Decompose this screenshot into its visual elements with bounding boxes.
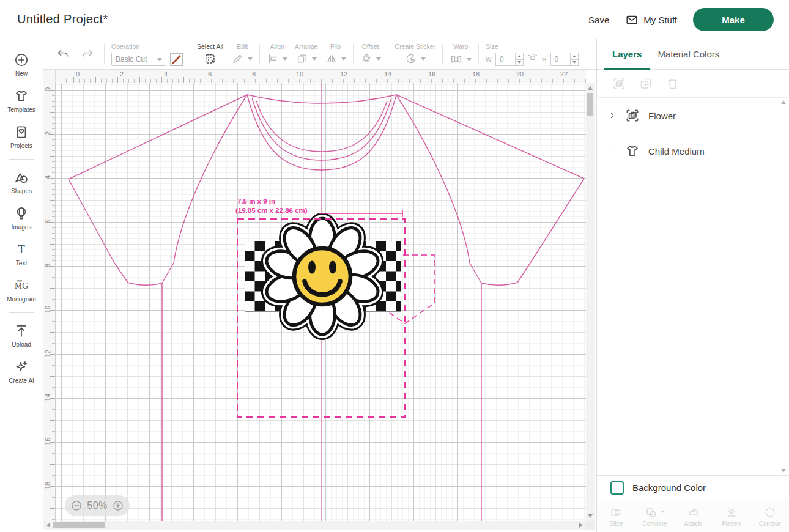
ruler-h-number: 12 (340, 70, 347, 78)
zoom-out-button[interactable] (70, 500, 83, 512)
undo-icon[interactable] (56, 47, 70, 62)
top-header: Untitled Project* Save My Stuff Make (0, 0, 789, 39)
layer-row-flower[interactable]: Flower (597, 98, 789, 133)
duplicate-button[interactable] (639, 76, 653, 91)
canvas-artboard (56, 83, 586, 521)
vertical-scrollbar[interactable] (586, 83, 595, 521)
edit-toolbar: Operation Basic Cut Select All Edit Alig… (43, 39, 596, 70)
make-button[interactable]: Make (693, 8, 774, 31)
ruler-v-number: 2 (44, 129, 51, 138)
edit-button[interactable]: Edit (232, 39, 253, 69)
flip-button[interactable]: Flip (325, 39, 346, 69)
background-color-row: Background Color (597, 475, 789, 500)
offset-button[interactable]: Offset (360, 39, 381, 69)
operation-select[interactable]: Basic Cut (111, 53, 166, 66)
sidebar-item-projects[interactable]: Projects (0, 119, 43, 155)
height-stepper[interactable] (570, 53, 578, 65)
zoom-level: 50% (87, 500, 108, 511)
combine-button[interactable]: Combine (635, 500, 674, 532)
height-input[interactable]: 0 (550, 53, 579, 66)
flip-icon (325, 53, 338, 65)
ruler-h-number: 16 (428, 70, 435, 78)
offset-icon (360, 53, 372, 65)
chevron-right-icon[interactable] (608, 110, 617, 121)
list-scroll-down-icon[interactable] (781, 469, 786, 473)
sidebar-item-create-ai[interactable]: Create AI (0, 353, 43, 390)
project-card-icon (13, 124, 29, 140)
layers-panel: LayersMaterial Colors FlowerChild Medium… (596, 39, 789, 532)
lock-open-icon[interactable] (527, 51, 538, 62)
redo-icon[interactable] (80, 47, 95, 62)
slice-button[interactable]: Slice (597, 500, 635, 532)
sidebar-item-new[interactable]: New (0, 46, 43, 83)
warp-button[interactable]: Warp (450, 39, 472, 69)
sidebar-item-templates[interactable]: Templates (0, 83, 43, 119)
select-all-button[interactable]: Select All (197, 39, 223, 69)
contour-button[interactable]: Contour (750, 500, 789, 532)
horizontal-scroll-thumb[interactable] (53, 522, 105, 528)
design-canvas[interactable]: 0246810121416182022 024681012141618 (43, 70, 596, 532)
ruler-h-number: 14 (384, 70, 391, 78)
align-button[interactable]: Align (267, 39, 287, 69)
select-all-icon (204, 53, 217, 66)
tab-material-colors[interactable]: Material Colors (650, 39, 727, 70)
width-stepper[interactable] (515, 53, 523, 65)
sidebar-item-shapes[interactable]: Shapes (0, 164, 43, 200)
zoom-in-button[interactable] (112, 500, 124, 512)
horizontal-scrollbar[interactable] (43, 521, 586, 530)
sidebar-item-upload[interactable]: Upload (0, 317, 43, 353)
background-color-checkbox[interactable] (610, 481, 624, 495)
scroll-right-arrow[interactable] (579, 523, 583, 528)
tab-layers[interactable]: Layers (604, 39, 650, 70)
group-icon (624, 108, 640, 124)
arrange-button[interactable]: Arrange (295, 39, 317, 69)
svg-text:MG: MG (15, 281, 28, 290)
combine-icon (645, 506, 658, 519)
upload-icon (13, 323, 29, 339)
my-stuff-button[interactable]: My Stuff (625, 13, 677, 26)
sidebar-item-monogram[interactable]: MGMonogram (0, 272, 43, 308)
list-scroll-up-icon[interactable] (781, 100, 786, 104)
color-swatch-button[interactable] (170, 53, 183, 66)
attach-button[interactable]: Attach (674, 500, 713, 532)
tshirt-icon (13, 88, 29, 104)
background-color-label: Background Color (632, 482, 706, 493)
chevron-right-icon[interactable] (608, 146, 617, 157)
pencil-icon (232, 53, 244, 65)
scroll-down-arrow[interactable] (588, 514, 593, 518)
selection-size-label-cm: (19.05 cm x 22.86 cm) (235, 207, 308, 214)
save-button[interactable]: Save (588, 15, 609, 25)
shapes-icon (13, 169, 29, 185)
width-input[interactable]: 0 (495, 53, 524, 66)
ruler-v-number: 14 (44, 393, 51, 402)
vertical-ruler: 024681012141618 (43, 83, 56, 521)
chevron-down-icon (660, 511, 664, 514)
operation-label: Operation (111, 43, 139, 50)
scroll-up-arrow[interactable] (588, 86, 593, 90)
group-button[interactable] (612, 76, 626, 91)
sidebar-divider (9, 159, 34, 160)
flower-design[interactable] (245, 218, 401, 334)
flatten-button[interactable]: Flatten (712, 500, 750, 532)
sidebar-item-images[interactable]: Images (0, 200, 43, 236)
header-actions: Save My Stuff Make (588, 0, 774, 39)
sidebar-item-text[interactable]: TText (0, 236, 43, 272)
layer-row-child-medium[interactable]: Child Medium (597, 133, 789, 169)
create-sticker-button[interactable]: Create Sticker (395, 39, 436, 69)
ruler-h-number: 10 (296, 70, 303, 78)
smiley-eye-right (329, 261, 336, 274)
scroll-left-arrow[interactable] (46, 523, 50, 528)
ruler-v-number: 12 (44, 349, 51, 358)
cricut-design-space-window: Untitled Project* Save My Stuff Make New… (0, 0, 789, 532)
smiley-eye-left (308, 261, 316, 274)
sidebar-divider (9, 312, 34, 313)
balloon-icon (13, 205, 29, 221)
vertical-scroll-thumb[interactable] (587, 93, 593, 116)
ruler-corner (43, 70, 56, 83)
chevron-down-icon (157, 58, 162, 61)
left-sidebar: NewTemplatesProjectsShapesImagesTTextMGM… (0, 39, 43, 532)
flatten-icon (725, 506, 738, 519)
size-label: Size (486, 43, 498, 50)
ruler-h-number: 18 (472, 70, 480, 78)
delete-button[interactable] (665, 76, 680, 91)
